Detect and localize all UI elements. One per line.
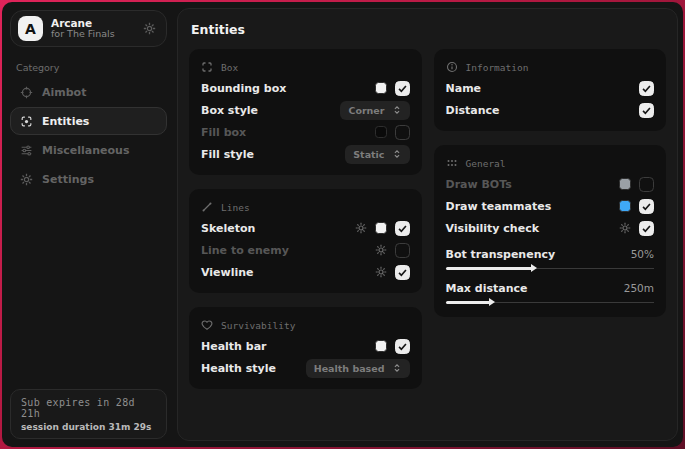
row-label: Draw BOTs	[446, 178, 620, 191]
row-visibility-check: Visibility check	[446, 217, 655, 239]
gear-icon[interactable]	[375, 266, 387, 278]
row-health-style: Health style Health based	[201, 357, 410, 379]
gear-icon	[20, 173, 33, 186]
card-information-header: Information	[446, 61, 655, 73]
health-style-dropdown[interactable]: Health based	[306, 359, 410, 378]
max-distance-slider[interactable]	[446, 299, 655, 307]
sub-expiry-text: Sub expires in 28d 21h	[21, 397, 156, 419]
color-swatch[interactable]	[375, 340, 387, 352]
app-identity: Arcane for The Finals	[51, 17, 135, 40]
color-swatch[interactable]	[619, 200, 631, 212]
sidebar-item-settings[interactable]: Settings	[10, 165, 167, 193]
row-label: Draw teammates	[446, 200, 620, 213]
slider-value: 50%	[631, 248, 654, 260]
row-label: Bounding box	[201, 82, 375, 95]
grid-dots-icon	[446, 157, 458, 169]
check-icon	[397, 267, 408, 278]
row-line-to-enemy: Line to enemy	[201, 239, 410, 261]
row-fill-box: Fill box	[201, 121, 410, 143]
card-general-header: General	[446, 157, 655, 169]
slider-thumb[interactable]	[531, 264, 537, 272]
heart-icon	[201, 319, 213, 331]
app-logo: A	[18, 16, 43, 41]
sidebar-item-label: Entities	[42, 115, 89, 128]
dropdown-value: Corner	[348, 105, 384, 116]
row-label: Skeleton	[201, 222, 355, 235]
bounding-box-checkbox[interactable]	[395, 81, 410, 96]
row-label: Name	[446, 82, 640, 95]
bot-transparency-slider-block: Bot transpenency 50%	[446, 245, 655, 273]
name-checkbox[interactable]	[639, 81, 654, 96]
row-box-style: Box style Corner	[201, 99, 410, 121]
check-icon	[641, 105, 652, 116]
card-lines-header: Lines	[201, 201, 410, 213]
sliders-icon	[20, 144, 33, 157]
card-survivability-header: Survivability	[201, 319, 410, 331]
skeleton-checkbox[interactable]	[395, 221, 410, 236]
app-subtitle: for The Finals	[51, 29, 135, 40]
slider-label: Max distance	[446, 282, 624, 295]
bot-transparency-slider[interactable]	[446, 265, 655, 273]
category-label: Category	[16, 62, 167, 73]
color-swatch[interactable]	[619, 178, 631, 190]
gear-icon[interactable]	[375, 244, 387, 256]
row-label: Line to enemy	[201, 244, 375, 257]
sidebar: A Arcane for The Finals Category Aimbot …	[2, 2, 175, 447]
card-general: General Draw BOTs Draw teammates	[434, 145, 667, 317]
row-draw-teammates: Draw teammates	[446, 195, 655, 217]
visibility-check-checkbox[interactable]	[639, 221, 654, 236]
box-style-dropdown[interactable]: Corner	[340, 101, 409, 120]
info-circle-icon	[446, 61, 458, 73]
chevron-up-down-icon	[392, 149, 402, 159]
sidebar-item-entities[interactable]: Entities	[10, 107, 167, 135]
row-draw-bots: Draw BOTs	[446, 173, 655, 195]
line-to-enemy-checkbox[interactable]	[395, 243, 410, 258]
fill-style-dropdown[interactable]: Static	[345, 145, 409, 164]
card-title: General	[466, 158, 506, 169]
sidebar-item-label: Miscellaneous	[42, 144, 129, 157]
dropdown-value: Health based	[314, 363, 385, 374]
viewline-checkbox[interactable]	[395, 265, 410, 280]
health-bar-checkbox[interactable]	[395, 339, 410, 354]
card-title: Box	[221, 62, 238, 73]
draw-teammates-checkbox[interactable]	[639, 199, 654, 214]
gear-icon[interactable]	[619, 222, 631, 234]
session-duration-text: session duration 31m 29s	[21, 422, 156, 432]
row-skeleton: Skeleton	[201, 217, 410, 239]
gear-icon[interactable]	[355, 222, 367, 234]
row-label: Health style	[201, 362, 306, 375]
row-fill-style: Fill style Static	[201, 143, 410, 165]
dropdown-value: Static	[353, 149, 384, 160]
row-label: Distance	[446, 104, 640, 117]
fill-box-checkbox[interactable]	[395, 125, 410, 140]
diagonal-line-icon	[201, 201, 213, 213]
chevron-up-down-icon	[392, 363, 402, 373]
sidebar-nav: Aimbot Entities Miscellaneous Settings	[10, 77, 167, 193]
crosshair-icon	[20, 86, 33, 99]
sidebar-item-aimbot[interactable]: Aimbot	[10, 78, 167, 106]
slider-value: 250m	[624, 282, 654, 294]
chevron-up-down-icon	[392, 105, 402, 115]
app-window: A Arcane for The Finals Category Aimbot …	[2, 2, 683, 447]
page-title: Entities	[189, 20, 666, 37]
corner-brackets-icon	[201, 61, 213, 73]
sidebar-item-miscellaneous[interactable]: Miscellaneous	[10, 136, 167, 164]
settings-gear-icon[interactable]	[143, 22, 156, 35]
row-label: Fill box	[201, 126, 375, 139]
row-viewline: Viewline	[201, 261, 410, 283]
color-swatch[interactable]	[375, 222, 387, 234]
draw-bots-checkbox[interactable]	[639, 177, 654, 192]
distance-checkbox[interactable]	[639, 103, 654, 118]
logo-letter: A	[25, 21, 36, 37]
color-swatch[interactable]	[375, 126, 387, 138]
scan-target-icon	[20, 115, 33, 128]
check-icon	[641, 201, 652, 212]
card-information: Information Name Distance	[434, 49, 667, 131]
row-bounding-box: Bounding box	[201, 77, 410, 99]
sidebar-item-label: Aimbot	[42, 86, 86, 99]
main-panel: Entities Box Bounding box	[177, 8, 678, 441]
color-swatch[interactable]	[375, 82, 387, 94]
slider-label: Bot transpenency	[446, 248, 631, 261]
slider-thumb[interactable]	[489, 298, 495, 306]
row-label: Fill style	[201, 148, 345, 161]
